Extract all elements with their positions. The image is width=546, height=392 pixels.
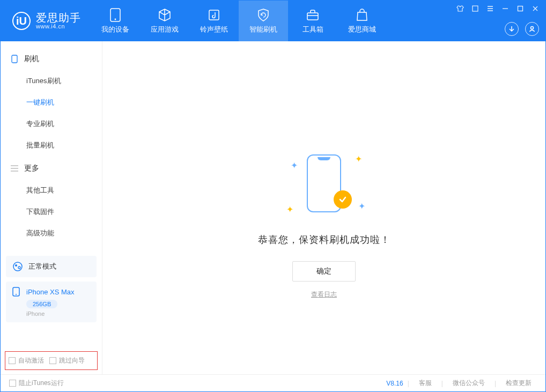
svg-rect-3	[307, 13, 318, 20]
sidebar-item-itunes-flash[interactable]: iTunes刷机	[1, 70, 102, 92]
sparkle-icon: ✦	[286, 204, 291, 209]
svg-point-1	[115, 18, 116, 20]
sidebar-group-more: 更多 其他工具 下载固件 高级功能	[1, 160, 102, 248]
close-button[interactable]	[530, 4, 540, 13]
device-icon	[108, 8, 122, 22]
ok-button[interactable]: 确定	[292, 261, 356, 282]
window-controls	[455, 4, 540, 13]
svg-point-8	[13, 262, 22, 271]
checkbox-block-itunes[interactable]: 阻止iTunes运行	[9, 379, 64, 388]
sidebar-item-pro-flash[interactable]: 专业刷机	[1, 113, 102, 135]
status-bar: 阻止iTunes运行 V8.16 | 客服 | 微信公众号 | 检查更新	[1, 374, 545, 391]
checkbox-icon	[9, 380, 16, 387]
svg-rect-5	[518, 6, 523, 11]
device-mode-box[interactable]: 正常模式	[6, 256, 97, 277]
tab-smart-flash[interactable]: 智能刷机	[239, 1, 288, 41]
sidebar-item-batch-flash[interactable]: 批量刷机	[1, 135, 102, 156]
logo-icon: iU	[12, 12, 31, 30]
view-log-link[interactable]: 查看日志	[311, 290, 337, 299]
svg-point-9	[15, 264, 17, 267]
tab-store[interactable]: 爱思商城	[337, 1, 387, 41]
footer-link-support[interactable]: 客服	[414, 379, 437, 388]
music-note-icon	[207, 8, 221, 22]
checkbox-icon	[49, 357, 56, 364]
checkbox-skip-guide[interactable]: 跳过向导	[49, 356, 85, 365]
app-url: www.i4.cn	[36, 23, 81, 29]
device-name: iPhone XS Max	[26, 288, 75, 296]
download-button[interactable]	[505, 22, 519, 36]
sidebar: 刷机 iTunes刷机 一键刷机 专业刷机 批量刷机 更多 其他工具 下载固件 …	[1, 41, 102, 374]
sidebar-item-download-firmware[interactable]: 下载固件	[1, 201, 102, 223]
sidebar-item-oneclick-flash[interactable]: 一键刷机	[1, 92, 102, 113]
menu-icon[interactable]	[485, 4, 495, 13]
tab-apps-games[interactable]: 应用游戏	[140, 1, 189, 41]
skin-icon[interactable]	[455, 4, 465, 13]
app-header: iU 爱思助手 www.i4.cn 我的设备 应用游戏 铃声壁纸 智能刷机 工具…	[1, 1, 545, 41]
main-content: ✦ ✦ ✦ ✦ 恭喜您，保资料刷机成功啦！ 确定 查看日志	[102, 41, 545, 374]
flash-options-highlighted: 自动激活 跳过向导	[5, 351, 98, 370]
sidebar-item-advanced[interactable]: 高级功能	[1, 223, 102, 244]
device-type: iPhone	[26, 310, 90, 317]
refresh-shield-icon	[256, 8, 270, 22]
toolbox-icon	[306, 8, 320, 22]
sidebar-group-title: 刷机	[24, 54, 39, 64]
sidebar-group-title: 更多	[24, 164, 39, 173]
device-info-box[interactable]: iPhone XS Max 256GB iPhone	[6, 282, 97, 322]
phone-icon	[10, 55, 19, 63]
minimize-button[interactable]	[500, 4, 510, 13]
svg-rect-4	[473, 6, 478, 11]
version-label: V8.16	[386, 380, 403, 387]
account-controls	[505, 22, 539, 36]
feedback-icon[interactable]	[470, 4, 480, 13]
app-logo: iU 爱思助手 www.i4.cn	[1, 12, 91, 30]
svg-point-12	[16, 294, 17, 295]
top-tabs: 我的设备 应用游戏 铃声壁纸 智能刷机 工具箱 爱思商城	[91, 1, 387, 41]
tab-ringtones-wallpapers[interactable]: 铃声壁纸	[189, 1, 239, 41]
svg-point-10	[18, 267, 20, 269]
device-capacity: 256GB	[26, 300, 57, 308]
footer-link-check-update[interactable]: 检查更新	[500, 379, 537, 388]
checkbox-auto-activate[interactable]: 自动激活	[9, 356, 44, 365]
mode-icon	[12, 261, 23, 272]
cube-icon	[158, 8, 172, 22]
sidebar-item-other-tools[interactable]: 其他工具	[1, 180, 102, 201]
success-message: 恭喜您，保资料刷机成功啦！	[258, 233, 390, 246]
checkbox-icon	[9, 357, 16, 364]
sparkle-icon: ✦	[358, 201, 363, 205]
check-badge-icon	[334, 190, 352, 209]
svg-rect-2	[209, 10, 219, 20]
svg-rect-7	[12, 55, 17, 63]
device-phone-icon	[12, 287, 22, 297]
sparkle-icon: ✦	[291, 160, 295, 165]
user-account-button[interactable]	[525, 22, 539, 36]
success-illustration: ✦ ✦ ✦ ✦	[281, 149, 367, 218]
sparkle-icon: ✦	[355, 154, 359, 158]
shopping-bag-icon	[355, 8, 369, 22]
app-name: 爱思助手	[36, 12, 81, 23]
list-icon	[10, 164, 19, 173]
svg-point-6	[531, 27, 534, 29]
tab-toolbox[interactable]: 工具箱	[288, 1, 337, 41]
tab-my-device[interactable]: 我的设备	[91, 1, 140, 41]
maximize-button[interactable]	[515, 4, 525, 13]
device-mode-label: 正常模式	[28, 262, 56, 271]
footer-link-wechat[interactable]: 微信公众号	[447, 379, 490, 388]
sidebar-group-flash: 刷机 iTunes刷机 一键刷机 专业刷机 批量刷机	[1, 51, 102, 160]
